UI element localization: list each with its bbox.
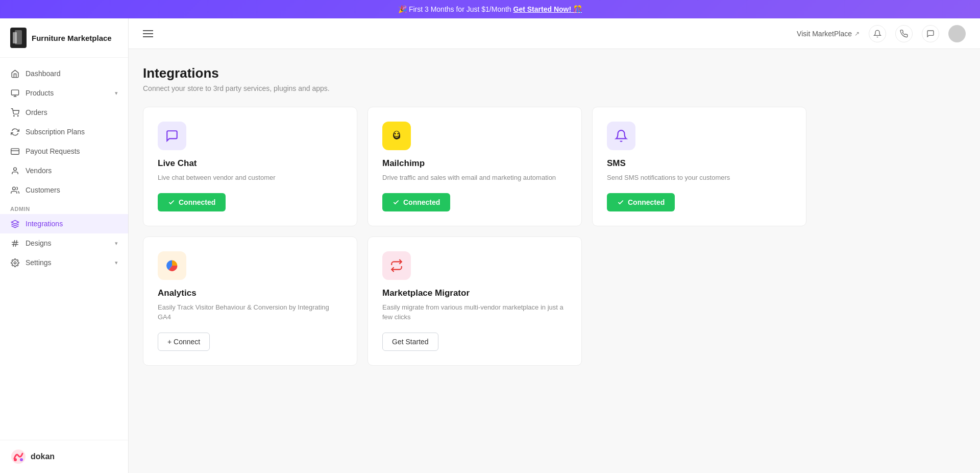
svg-point-16 [14,262,16,264]
svg-rect-2 [11,90,18,95]
migrator-desc: Easily migrate from various multi-vendor… [382,302,567,322]
migrator-name: Marketplace Migrator [382,288,567,298]
analytics-btn-label: + Connect [167,338,200,346]
analytics-desc: Easily Track Visitor Behaviour & Convers… [158,302,342,322]
svg-rect-7 [11,148,19,154]
sidebar-item-settings-label: Settings [26,258,52,267]
svg-point-9 [13,168,16,171]
user-avatar[interactable] [948,25,966,42]
sidebar-item-payout[interactable]: Payout Requests [0,141,128,161]
mailchimp-name: Mailchimp [382,158,567,169]
layers-icon [10,219,19,228]
svg-point-22 [395,133,396,134]
migrator-icon [382,251,411,280]
hamburger-menu-button[interactable] [143,30,153,37]
page-subtitle: Connect your store to 3rd party services… [143,84,966,92]
sms-desc: Send SMS notifications to your customers [607,173,792,183]
live-chat-icon [158,122,186,150]
promo-banner: 🎉 First 3 Months for Just $1/Month Get S… [0,0,980,18]
sms-connected-button[interactable]: Connected [607,193,675,211]
live-chat-connected-button[interactable]: Connected [158,193,226,211]
sidebar-footer: dokan [0,440,128,473]
svg-rect-1 [13,32,17,43]
sidebar-item-dashboard-label: Dashboard [26,69,61,78]
brand-logo-icon [10,28,27,48]
person-icon [10,166,19,175]
visit-marketplace-label: Visit MarketPlace [797,30,852,38]
credit-card-icon [10,147,19,156]
svg-point-19 [20,458,23,461]
main-content: Visit MarketPlace ↗ [129,18,980,473]
sidebar-item-dashboard[interactable]: Dashboard [0,64,128,83]
live-chat-name: Live Chat [158,158,342,169]
settings-chevron-icon: ▾ [115,259,118,266]
integration-card-mailchimp: Mailchimp Drive traffic and sales with e… [368,107,582,226]
sidebar-item-designs-label: Designs [26,239,52,247]
mailchimp-btn-label: Connected [403,198,440,206]
analytics-name: Analytics [158,288,342,298]
live-chat-desc: Live chat between vendor and customer [158,173,342,183]
mailchimp-connected-button[interactable]: Connected [382,193,450,211]
svg-line-14 [13,240,14,247]
banner-cta[interactable]: Get Started Now! 🎊 [513,5,582,13]
chat-support-button[interactable] [922,25,939,42]
sidebar-item-customers-label: Customers [26,186,60,194]
integrations-grid-row1: Live Chat Live chat between vendor and c… [143,107,806,226]
banner-text: 🎉 First 3 Months for Just $1/Month [398,5,511,13]
sidebar-item-products[interactable]: Products ▾ [0,83,128,103]
integrations-grid-row2: Analytics Easily Track Visitor Behaviour… [143,236,806,366]
mailchimp-icon [382,122,411,150]
svg-marker-11 [11,220,18,224]
brand-name: Furniture Marketplace [32,34,112,42]
migrator-get-started-button[interactable]: Get Started [382,333,438,351]
migrator-btn-label: Get Started [392,338,429,346]
sidebar-item-vendors-label: Vendors [26,167,52,175]
sidebar-item-orders[interactable]: Orders [0,103,128,122]
sidebar-item-vendors[interactable]: Vendors [0,161,128,180]
svg-point-18 [14,458,17,461]
analytics-connect-button[interactable]: + Connect [158,333,210,351]
sidebar-item-subscription-label: Subscription Plans [26,128,85,136]
integration-card-sms: SMS Send SMS notifications to your custo… [592,107,806,226]
phone-button[interactable] [895,25,913,42]
tag-icon [10,88,19,98]
sidebar-item-payout-label: Payout Requests [26,147,80,155]
svg-point-10 [12,187,15,190]
integration-card-analytics: Analytics Easily Track Visitor Behaviour… [143,236,357,366]
sidebar-item-integrations[interactable]: Integrations [0,214,128,233]
mailchimp-desc: Drive traffic and sales with email and m… [382,173,567,183]
hashtag-icon [10,239,19,248]
sidebar-nav: Dashboard Products ▾ [0,58,128,440]
sms-icon [607,122,635,150]
external-link-icon: ↗ [854,30,860,37]
home-icon [10,69,19,78]
top-bar: Visit MarketPlace ↗ [129,18,980,49]
dokan-logo-icon [10,448,27,465]
sidebar-item-integrations-label: Integrations [26,220,63,228]
sidebar: Furniture Marketplace Dashboard [0,18,129,473]
sidebar-item-products-label: Products [26,89,54,97]
sidebar-item-subscription[interactable]: Subscription Plans [0,122,128,141]
page-title: Integrations [143,65,966,81]
sms-name: SMS [607,158,792,169]
sidebar-item-settings[interactable]: Settings ▾ [0,253,128,272]
svg-point-6 [17,115,18,116]
cart-icon [10,108,19,117]
products-chevron-icon: ▾ [115,90,118,97]
integration-card-live-chat: Live Chat Live chat between vendor and c… [143,107,357,226]
sidebar-item-designs[interactable]: Designs ▾ [0,233,128,253]
visit-marketplace-link[interactable]: Visit MarketPlace ↗ [797,30,860,38]
page-content: Integrations Connect your store to 3rd p… [129,49,980,473]
sidebar-item-orders-label: Orders [26,108,47,116]
admin-section-label: ADMIN [0,200,128,214]
live-chat-btn-label: Connected [179,198,215,206]
designs-chevron-icon: ▾ [115,240,118,247]
refresh-icon [10,127,19,136]
top-bar-actions: Visit MarketPlace ↗ [797,25,966,42]
integration-card-migrator: Marketplace Migrator Easily migrate from… [368,236,582,366]
sidebar-item-customers[interactable]: Customers [0,180,128,200]
notifications-button[interactable] [869,25,886,42]
people-icon [10,185,19,195]
sms-btn-label: Connected [628,198,665,206]
gear-icon [10,258,19,267]
